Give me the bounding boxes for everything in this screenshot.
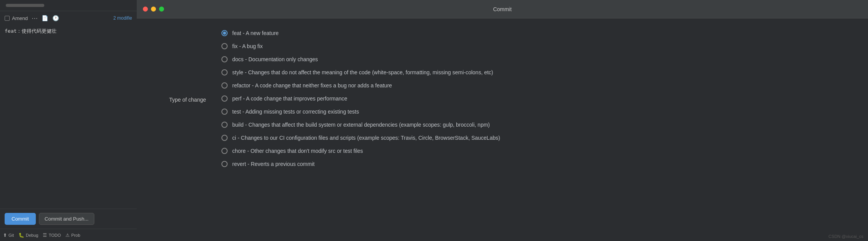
radio-label-fix: fix - A bug fix [232, 43, 263, 49]
radio-option-perf[interactable]: perf - A code change that improves perfo… [221, 95, 860, 102]
bottom-buttons: Commit Commit and Push... [0, 209, 137, 229]
problems-icon: ⚠ [65, 233, 70, 238]
todo-icon: ☰ [43, 233, 47, 238]
radio-label-perf: perf - A code change that improves perfo… [232, 95, 347, 102]
commit-message-text: feat：使得代码更健壮 [5, 28, 57, 34]
dialog-body: Type of change feat - A new featurefix -… [137, 18, 868, 241]
minimize-button[interactable] [151, 7, 156, 12]
radio-label-refactor: refactor - A code change that neither fi… [232, 82, 392, 89]
radio-circle-chore [221, 148, 228, 154]
options-list: feat - A new featurefix - A bug fixdocs … [214, 26, 868, 233]
amend-label: Amend [12, 15, 28, 21]
scrollbar[interactable] [6, 4, 44, 7]
tab-todo-label: TODO [49, 233, 61, 238]
radio-option-build[interactable]: build - Changes that affect the build sy… [221, 122, 860, 128]
radio-label-feat: feat - A new feature [232, 30, 279, 36]
radio-option-style[interactable]: style - Changes that do not affect the m… [221, 69, 860, 75]
radio-circle-fix [221, 43, 228, 49]
watermark: CSDN @xiucai_cs [828, 234, 863, 239]
amend-checkbox-row[interactable]: Amend [5, 15, 28, 21]
radio-label-style: style - Changes that do not affect the m… [232, 69, 493, 75]
type-of-change-label: Type of change [137, 94, 214, 233]
traffic-lights [143, 7, 164, 12]
radio-label-build: build - Changes that affect the build sy… [232, 122, 490, 128]
radio-option-feat[interactable]: feat - A new feature [221, 30, 860, 36]
radio-option-fix[interactable]: fix - A bug fix [221, 43, 860, 49]
radio-label-ci: ci - Changes to our CI configuration fil… [232, 135, 500, 141]
modified-badge: 2 modifie [113, 15, 132, 21]
radio-label-chore: chore - Other changes that don't modify … [232, 148, 363, 154]
toolbar-row: Amend ⋯ 📄 🕐 2 modifie [0, 11, 137, 25]
more-options-icon[interactable]: ⋯ [32, 15, 38, 22]
radio-circle-perf [221, 95, 228, 102]
radio-circle-test [221, 109, 228, 115]
radio-option-refactor[interactable]: refactor - A code change that neither fi… [221, 82, 860, 89]
git-icon: ⬆ [3, 233, 7, 238]
dialog-titlebar: Commit [137, 0, 868, 18]
radio-label-revert: revert - Reverts a previous commit [232, 161, 315, 167]
dialog-title: Commit [493, 6, 511, 12]
commit-push-button[interactable]: Commit and Push... [39, 213, 94, 225]
amend-checkbox[interactable] [5, 16, 10, 21]
radio-option-test[interactable]: test - Adding missing tests or correctin… [221, 109, 860, 115]
radio-option-revert[interactable]: revert - Reverts a previous commit [221, 161, 860, 167]
commit-button[interactable]: Commit [5, 213, 36, 225]
tab-todo[interactable]: ☰ TODO [43, 233, 61, 238]
tab-problems[interactable]: ⚠ Prob [65, 233, 80, 238]
tab-debug-label: Debug [26, 233, 38, 238]
radio-circle-revert [221, 161, 228, 167]
tab-git[interactable]: ⬆ Git [3, 233, 14, 238]
radio-circle-ci [221, 135, 228, 141]
radio-option-chore[interactable]: chore - Other changes that don't modify … [221, 148, 860, 154]
radio-option-docs[interactable]: docs - Documentation only changes [221, 56, 860, 62]
left-panel: Amend ⋯ 📄 🕐 2 modifie feat：使得代码更健壮 Commi… [0, 0, 137, 241]
radio-label-test: test - Adding missing tests or correctin… [232, 109, 359, 115]
debug-icon: 🐛 [18, 233, 24, 238]
commit-message-area: feat：使得代码更健壮 [0, 25, 137, 209]
radio-option-ci[interactable]: ci - Changes to our CI configuration fil… [221, 135, 860, 141]
template-icon[interactable]: 📄 [41, 14, 49, 22]
tab-git-label: Git [8, 233, 14, 238]
close-button[interactable] [143, 7, 148, 12]
history-icon[interactable]: 🕐 [52, 14, 59, 22]
maximize-button[interactable] [159, 7, 164, 12]
bottom-tabs: ⬆ Git 🐛 Debug ☰ TODO ⚠ Prob [0, 229, 137, 241]
radio-circle-refactor [221, 82, 228, 89]
radio-circle-docs [221, 56, 228, 62]
radio-circle-feat [221, 30, 228, 36]
radio-circle-build [221, 122, 228, 128]
radio-label-docs: docs - Documentation only changes [232, 56, 318, 62]
tab-problems-label: Prob [71, 233, 80, 238]
tab-debug[interactable]: 🐛 Debug [18, 233, 38, 238]
radio-circle-style [221, 69, 228, 75]
commit-dialog: Commit Type of change feat - A new featu… [137, 0, 868, 241]
